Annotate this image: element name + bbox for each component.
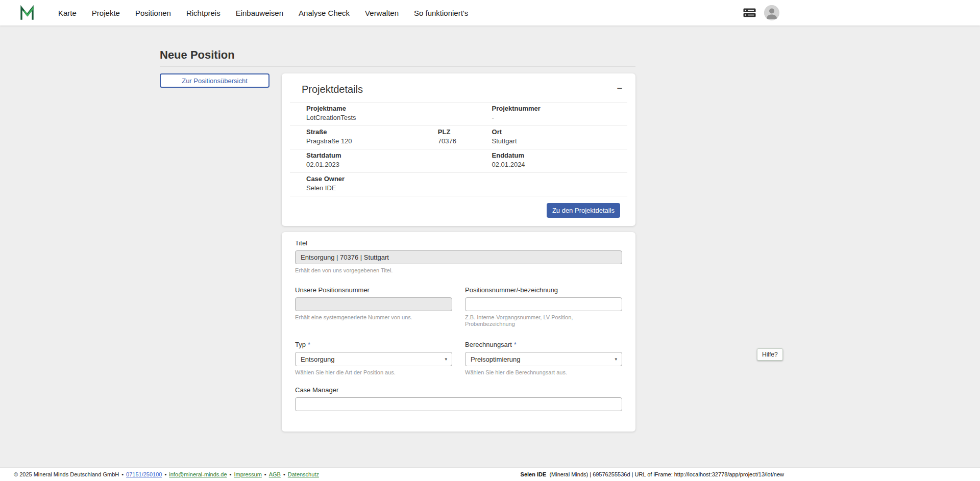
field-label: Startdatum xyxy=(306,151,476,160)
positionsnummer-field: Positionsnummer/-bezeichnung Z.B. Intern… xyxy=(465,286,622,327)
field-ort: Ort Stuttgart xyxy=(476,128,627,145)
titel-input xyxy=(295,250,622,264)
main-nav: Karte Projekte Positionen Richtpreis Ein… xyxy=(58,9,468,17)
email-link[interactable]: info@mineral-minds.de xyxy=(169,471,227,477)
impressum-link[interactable]: Impressum xyxy=(234,471,261,477)
berechnungsart-select[interactable]: Preisoptimierung ▾ xyxy=(465,352,622,366)
field-strasse: Straße Pragstraße 120 xyxy=(290,128,422,145)
positionsnummer-input[interactable] xyxy=(465,297,622,311)
chevron-down-icon: ▾ xyxy=(615,357,617,362)
card-reader-icon[interactable] xyxy=(743,8,756,17)
nav-einbauweisen[interactable]: Einbauweisen xyxy=(236,9,283,17)
project-details-table: Projektname LotCreationTests Projektnumm… xyxy=(290,102,627,196)
nav-karte[interactable]: Karte xyxy=(58,9,77,17)
form-grid: Unsere Positionsnummer Erhält eine syste… xyxy=(295,286,622,376)
field-label: PLZ xyxy=(438,128,476,136)
bullet-separator: • xyxy=(164,471,166,477)
table-row: Projektname LotCreationTests Projektnumm… xyxy=(290,103,627,126)
right-column: Projektdetails − Projektname LotCreation… xyxy=(282,73,635,432)
field-label: Enddatum xyxy=(492,151,627,160)
footer: © 2025 Mineral Minds Deutschland GmbH • … xyxy=(0,467,980,481)
main-content: Neue Position Zur Positionsübersicht Pro… xyxy=(160,26,635,432)
field-value: Selen IDE xyxy=(306,184,627,192)
field-label: Case Owner xyxy=(306,175,627,183)
session-user: Selen IDE xyxy=(521,471,547,477)
titel-field: Titel Erhält den von uns vorgegebenen Ti… xyxy=(295,239,622,274)
footer-inner: © 2025 Mineral Minds Deutschland GmbH • … xyxy=(0,468,789,481)
typ-select[interactable]: Entsorgung ▾ xyxy=(295,352,452,366)
session-info: Selen IDE (Mineral Minds) | 69576255536d… xyxy=(521,471,784,477)
field-projektname: Projektname LotCreationTests xyxy=(290,105,476,122)
nav-verwalten[interactable]: Verwalten xyxy=(365,9,399,17)
nav-positionen[interactable]: Positionen xyxy=(135,9,171,17)
titel-label: Titel xyxy=(295,239,622,247)
bullet-separator: • xyxy=(264,471,266,477)
field-value: 70376 xyxy=(438,137,476,145)
agb-link[interactable]: AGB xyxy=(269,471,281,477)
page-title: Neue Position xyxy=(160,48,635,61)
datenschutz-link[interactable]: Datenschutz xyxy=(288,471,319,477)
field-enddatum: Enddatum 02.01.2024 xyxy=(476,151,627,169)
field-label: Straße xyxy=(306,128,422,136)
table-row: Startdatum 02.01.2023 Enddatum 02.01.202… xyxy=(290,149,627,173)
typ-label: Typ* xyxy=(295,341,452,348)
field-projektnummer: Projektnummer - xyxy=(476,105,627,122)
case-manager-label: Case Manager xyxy=(295,386,622,394)
required-asterisk: * xyxy=(514,341,517,348)
bullet-separator: • xyxy=(283,471,285,477)
nav-projekte[interactable]: Projekte xyxy=(92,9,120,17)
typ-helper: Wählen Sie hier die Art der Position aus… xyxy=(295,369,452,376)
collapse-card-button[interactable]: − xyxy=(617,84,622,93)
case-manager-input[interactable] xyxy=(295,397,622,411)
project-card-header: Projektdetails − xyxy=(290,82,627,95)
field-value: 02.01.2023 xyxy=(306,161,476,169)
session-details: (Mineral Minds) | 69576255536d | URL of … xyxy=(549,471,784,477)
project-details-card: Projektdetails − Projektname LotCreation… xyxy=(282,73,635,226)
footer-legal: © 2025 Mineral Minds Deutschland GmbH • … xyxy=(14,471,319,477)
phone-link[interactable]: 07151/250100 xyxy=(126,471,162,477)
project-details-button[interactable]: Zu den Projektdetails xyxy=(547,203,620,218)
top-header: Karte Projekte Positionen Richtpreis Ein… xyxy=(0,0,980,26)
field-value: Stuttgart xyxy=(492,137,627,145)
nav-richtpreis[interactable]: Richtpreis xyxy=(186,9,220,17)
help-button[interactable]: Hilfe? xyxy=(757,348,783,361)
case-manager-field: Case Manager xyxy=(295,386,622,411)
header-icons xyxy=(743,0,779,26)
table-row: Straße Pragstraße 120 PLZ 70376 Ort Stut… xyxy=(290,126,627,149)
unsere-positionsnummer-label: Unsere Positionsnummer xyxy=(295,286,452,294)
field-case-owner: Case Owner Selen IDE xyxy=(290,175,627,192)
header-inner: Karte Projekte Positionen Richtpreis Ein… xyxy=(0,0,789,26)
berechnungsart-helper: Wählen Sie hier die Berechnungsart aus. xyxy=(465,369,622,376)
back-to-positions-button[interactable]: Zur Positionsübersicht xyxy=(160,73,270,88)
typ-label-text: Typ xyxy=(295,341,306,348)
person-icon xyxy=(764,5,779,20)
position-form-card: Titel Erhält den von uns vorgegebenen Ti… xyxy=(282,232,635,432)
project-card-title: Projektdetails xyxy=(302,84,363,95)
mineral-minds-logo[interactable] xyxy=(19,5,36,21)
typ-select-value: Entsorgung xyxy=(301,356,335,363)
positionsnummer-label: Positionsnummer/-bezeichnung xyxy=(465,286,622,294)
titel-helper: Erhält den von uns vorgegebenen Titel. xyxy=(295,267,622,274)
bullet-separator: • xyxy=(230,471,232,477)
nav-analyse-check[interactable]: Analyse Check xyxy=(299,9,350,17)
title-divider xyxy=(160,66,635,67)
field-value: 02.01.2024 xyxy=(492,161,627,169)
unsere-positionsnummer-field: Unsere Positionsnummer Erhält eine syste… xyxy=(295,286,452,327)
left-column: Zur Positionsübersicht xyxy=(160,73,270,88)
unsere-positionsnummer-helper: Erhält eine systemgenerierte Nummer von … xyxy=(295,314,452,321)
field-label: Ort xyxy=(492,128,627,136)
nav-so-funktionierts[interactable]: So funktioniert's xyxy=(414,9,468,17)
project-card-actions: Zu den Projektdetails xyxy=(290,203,627,218)
logo-icon xyxy=(19,5,36,21)
table-row: Case Owner Selen IDE xyxy=(290,173,627,196)
field-plz: PLZ 70376 xyxy=(422,128,476,145)
field-value: Pragstraße 120 xyxy=(306,137,422,145)
typ-field: Typ* Entsorgung ▾ Wählen Sie hier die Ar… xyxy=(295,341,452,376)
user-avatar[interactable] xyxy=(764,5,779,20)
chevron-down-icon: ▾ xyxy=(445,357,447,362)
server-stack-icon xyxy=(743,8,756,17)
field-value: - xyxy=(492,114,627,122)
unsere-positionsnummer-input xyxy=(295,297,452,311)
positionsnummer-helper: Z.B. Interne-Vorgangsnummer, LV-Position… xyxy=(465,314,622,327)
copyright-text: © 2025 Mineral Minds Deutschland GmbH xyxy=(14,471,119,477)
